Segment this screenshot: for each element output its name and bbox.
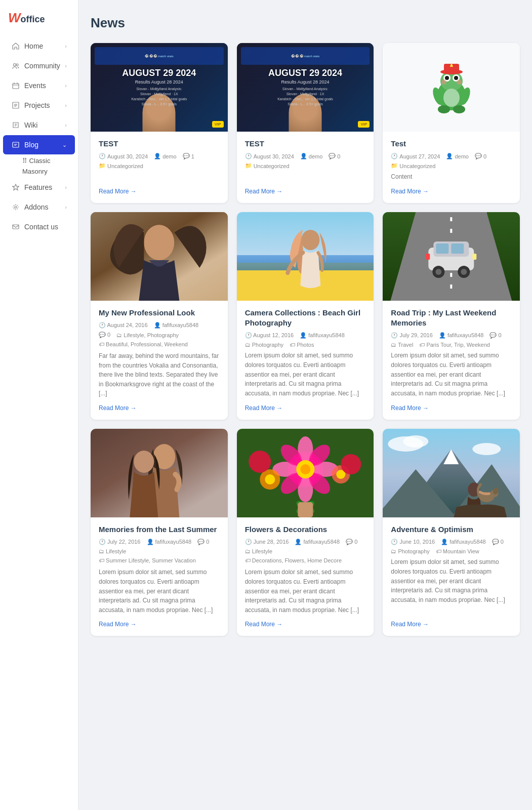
card-beach-author: 👤 fafifuxayu5848 xyxy=(300,332,345,339)
sidebar-item-blog[interactable]: Blog ⌄ xyxy=(3,135,75,154)
card-test1-read-more[interactable]: Read More → xyxy=(99,188,220,195)
svg-point-23 xyxy=(457,79,462,85)
card-test2-author: 👤 demo xyxy=(300,153,323,159)
sidebar-item-community[interactable]: Community › xyxy=(3,56,75,75)
card-flowers-excerpt: Lorem ipsum dolor sit amet, sed summo do… xyxy=(245,568,366,615)
logo-letter: W xyxy=(8,10,21,25)
card-test1-cat: 📁 Uncategorized xyxy=(99,163,143,169)
card-roadtrip-comments: 💬 0 xyxy=(489,332,501,339)
clock-icon-3: 🕐 xyxy=(391,153,398,159)
svg-point-0 xyxy=(14,64,16,66)
user-icon-2: 👤 xyxy=(300,153,307,159)
addons-icon xyxy=(11,204,20,211)
card-test2-title: TEST xyxy=(245,139,366,149)
card-roadtrip-read-more[interactable]: Read More → xyxy=(391,404,512,412)
card-beach-read-more[interactable]: Read More → xyxy=(245,404,366,412)
card-beach-title: Camera Collections : Beach Girl Photogra… xyxy=(245,308,366,329)
card-flowers-body: Flowers & Decorations 🕐 June 28, 2016 👤 … xyxy=(237,517,374,636)
card-beach-tags: 🏷 Photos xyxy=(290,342,314,348)
card-flowers-author: 👤 fafifuxayu5848 xyxy=(295,539,340,545)
card-roadtrip-excerpt: Lorem ipsum dolor sit amet, sed summo do… xyxy=(391,351,512,398)
card-beach-image xyxy=(237,212,374,301)
card-test2-date: 🕐 August 30, 2024 xyxy=(245,153,294,159)
card-roadtrip-title: Road Trip : My Last Weekend Memories xyxy=(391,308,512,329)
svg-point-21 xyxy=(453,105,465,113)
card-test2: AUGUST 29 2024 Results August 28 2024 Sl… xyxy=(237,43,374,203)
card-professional-excerpt: Far far away, behind the word mountains,… xyxy=(99,351,220,398)
card-memories-author: 👤 fafifuxayu5848 xyxy=(147,539,192,545)
card-flowers-category: 🗂 Lifestyle xyxy=(245,548,272,554)
svg-point-70 xyxy=(473,443,501,455)
card-roadtrip-meta: 🕐 July 29, 2016 👤 fafifuxayu5848 💬 0 xyxy=(391,332,512,339)
sidebar-item-events[interactable]: Events › xyxy=(3,76,75,95)
projects-chevron: › xyxy=(65,102,67,108)
svg-point-6 xyxy=(15,206,17,208)
card-adventure-meta2: 🗂 Photography 🏷 Mountain View xyxy=(391,548,512,554)
card-memories-comments: 💬 0 xyxy=(197,539,209,545)
svg-rect-35 xyxy=(436,244,449,254)
card-test3-image xyxy=(383,43,520,132)
sidebar-item-addons[interactable]: Addons › xyxy=(3,197,75,217)
flowers-svg xyxy=(237,429,374,517)
card-test2-body: TEST 🕐 August 30, 2024 👤 demo 💬 0 📁 Unca… xyxy=(237,132,374,203)
card-memories-image xyxy=(91,429,228,517)
card-professional-read-more[interactable]: Read More → xyxy=(99,404,220,412)
wiki-chevron: › xyxy=(65,122,67,128)
card-roadtrip-category: 🗂 Travel xyxy=(391,342,413,348)
card-flowers-comments: 💬 0 xyxy=(346,539,357,545)
contact-icon xyxy=(11,223,20,230)
card-adventure-date: 🕐 June 10, 2016 xyxy=(391,539,435,545)
card-memories-read-more[interactable]: Read More → xyxy=(99,621,220,628)
sidebar-item-projects[interactable]: Projects › xyxy=(3,96,75,115)
girl-hair-svg xyxy=(91,212,228,301)
features-icon xyxy=(11,184,20,191)
svg-rect-41 xyxy=(473,254,477,260)
sidebar-item-contact[interactable]: Contact us xyxy=(3,217,75,236)
memories-svg xyxy=(91,429,228,517)
svg-point-63 xyxy=(341,454,361,474)
card-roadtrip-image xyxy=(383,212,520,301)
sidebar-item-home-label: Home xyxy=(24,42,43,50)
sidebar-item-home[interactable]: Home › xyxy=(3,36,75,56)
svg-rect-42 xyxy=(426,254,430,260)
card-test3-body: Test 🕐 August 27, 2024 👤 demo 💬 0 📁 Unca… xyxy=(383,132,520,203)
comment-icon-2: 💬 xyxy=(329,153,336,159)
svg-rect-66 xyxy=(298,502,313,517)
test1-sub: Results August 28 2024 xyxy=(122,79,196,85)
main-content: News AUGUST 29 2024 Results August 28 20… xyxy=(78,0,532,810)
adventure-svg xyxy=(383,429,520,517)
card-adventure-tags: 🏷 Mountain View xyxy=(436,548,479,554)
card-test3-read-more[interactable]: Read More → xyxy=(391,188,512,195)
home-icon xyxy=(11,43,20,50)
road-svg xyxy=(383,212,520,301)
svg-point-13 xyxy=(454,76,458,80)
card-flowers-read-more[interactable]: Read More → xyxy=(245,621,366,628)
card-test1-date: 🕐 August 30, 2024 xyxy=(99,153,148,159)
card-test3-excerpt: Content xyxy=(391,172,512,182)
sidebar-sub-masonry[interactable]: Masonry xyxy=(3,166,75,177)
card-flowers-title: Flowers & Decorations xyxy=(245,524,366,535)
card-memories-excerpt: Lorem ipsum dolor sit amet, sed summo do… xyxy=(99,568,220,615)
sidebar-sub-classic[interactable]: ⠿ Classic xyxy=(3,155,75,166)
sidebar-item-wiki[interactable]: Wiki › xyxy=(3,115,75,135)
card-roadtrip: Road Trip : My Last Weekend Memories 🕐 J… xyxy=(383,212,520,420)
sidebar-item-features[interactable]: Features › xyxy=(3,178,75,197)
sidebar-item-blog-label: Blog xyxy=(24,141,38,149)
card-test1-meta: 🕐 August 30, 2024 👤 demo 💬 1 xyxy=(99,153,220,159)
card-test2-comments: 💬 0 xyxy=(329,153,340,159)
card-memories: Memories from the Last Summer 🕐 July 22,… xyxy=(91,429,228,636)
card-professional: My New Professional Look 🕐 August 24, 20… xyxy=(91,212,228,420)
svg-rect-2 xyxy=(13,84,19,89)
card-roadtrip-author: 👤 fafifuxayu5848 xyxy=(439,332,484,339)
community-chevron: › xyxy=(65,63,67,69)
card-beach-excerpt: Lorem ipsum dolor sit amet, sed summo do… xyxy=(245,351,366,398)
sidebar-item-projects-label: Projects xyxy=(24,101,50,109)
svg-point-45 xyxy=(134,451,154,473)
card-beach-date: 🕐 August 12, 2016 xyxy=(245,332,294,339)
card-professional-image xyxy=(91,212,228,301)
svg-point-19 xyxy=(443,89,460,107)
card-test3-date: 🕐 August 27, 2024 xyxy=(391,153,440,159)
card-adventure-read-more[interactable]: Read More → xyxy=(391,621,512,628)
card-test2-read-more[interactable]: Read More → xyxy=(245,188,366,195)
clock-icon: 🕐 xyxy=(99,153,106,159)
